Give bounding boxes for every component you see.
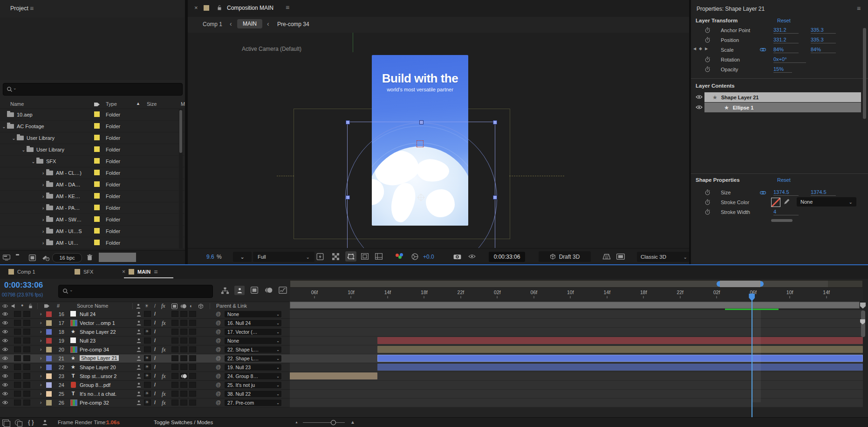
stopwatch-icon[interactable] <box>704 209 711 215</box>
pickwhip-icon[interactable]: @ <box>216 311 221 317</box>
stopwatch-icon[interactable] <box>704 27 711 33</box>
solo-column-icon[interactable]: ● <box>21 303 23 308</box>
channel-rgb-icon[interactable] <box>396 254 403 260</box>
project-row[interactable]: ⌄SFXFolder <box>0 156 185 167</box>
comp-tab-title[interactable]: Composition MAIN <box>227 5 273 11</box>
project-col-name[interactable]: Name <box>10 101 24 107</box>
layer-name[interactable]: Pre-comp 32 <box>80 400 109 406</box>
shy-switch-icon[interactable] <box>136 365 142 370</box>
parent-dropdown[interactable]: 38. Null 22⌄ <box>225 391 281 397</box>
parent-dropdown[interactable]: 19. Null 23⌄ <box>225 364 281 371</box>
layer-switch-cell[interactable] <box>14 382 21 388</box>
label-column-icon[interactable] <box>94 102 100 107</box>
playhead-line[interactable] <box>752 293 752 421</box>
quality-column-icon[interactable]: / <box>154 303 156 309</box>
stopwatch-icon[interactable] <box>704 199 711 205</box>
parent-dropdown[interactable]: 27. Pre-com⌄ <box>225 399 281 406</box>
fx-switch-icon[interactable]: fx <box>162 373 166 380</box>
layer-switch-cell[interactable] <box>171 329 178 335</box>
expander-icon[interactable]: › <box>40 170 46 176</box>
show-snapshot-icon[interactable] <box>468 254 476 259</box>
layer-switch-cell[interactable] <box>23 346 30 352</box>
expander-icon[interactable]: ⌄ <box>21 147 27 152</box>
layer-row[interactable]: ›17Vector …omp 1/fx@16. Null 24⌄ <box>0 319 290 328</box>
current-timecode[interactable]: 0:00:33:06 <box>4 281 43 290</box>
contents-item-ellipse[interactable]: ★ Ellipse 1 <box>704 103 861 112</box>
breadcrumb-precomp34[interactable]: Pre-comp 34 <box>277 21 309 28</box>
track-row[interactable] <box>290 381 863 390</box>
3d-views-icon[interactable] <box>616 254 625 260</box>
layer-expander-icon[interactable]: › <box>40 373 41 379</box>
layer-name[interactable]: Shape Layer 21 <box>80 355 119 361</box>
scale-y-value[interactable]: 84% <box>811 47 836 53</box>
layer-switch-cell[interactable] <box>180 355 187 361</box>
track-row[interactable] <box>290 345 863 354</box>
layer-row[interactable]: ›19Null 23/@None⌄ <box>0 337 290 345</box>
layer-switch-cell[interactable] <box>171 346 178 352</box>
position-y-value[interactable]: 335.3 <box>811 37 836 43</box>
eye-icon[interactable] <box>2 400 8 405</box>
timeline-tab-comp1[interactable]: Comp 1 <box>8 265 35 278</box>
layer-label-swatch[interactable] <box>46 382 52 388</box>
quality-switch-icon[interactable]: / <box>154 399 156 405</box>
layer-switch-cell[interactable] <box>14 399 21 406</box>
mask-visibility-icon[interactable] <box>361 253 369 260</box>
collapse-sun-icon[interactable]: ☀ <box>145 329 149 334</box>
stroke-color-dropdown[interactable]: None ⌄ <box>797 197 856 207</box>
keyframe-prev-icon[interactable]: ◀ <box>693 47 696 51</box>
audio-column-icon[interactable] <box>11 303 16 309</box>
collapse-switch-cell[interactable] <box>144 311 151 317</box>
graph-editor-icon[interactable] <box>279 287 287 294</box>
project-row[interactable]: 10.aepFolder <box>0 109 185 121</box>
layer-switch-cell[interactable] <box>14 391 21 397</box>
project-search-box[interactable]: ⌄ <box>3 83 183 96</box>
track-row[interactable] <box>290 310 863 319</box>
track-row[interactable] <box>290 337 863 345</box>
expander-icon[interactable]: ⌄ <box>30 159 36 164</box>
layer-duration-bar[interactable] <box>377 346 863 353</box>
selection-handle[interactable] <box>419 120 424 124</box>
quality-switch-icon[interactable]: / <box>154 337 156 343</box>
transform-reset-button[interactable]: Reset <box>777 18 791 23</box>
project-row[interactable]: ⌄User LibraryFolder <box>0 132 185 144</box>
layer-switch-cell[interactable] <box>180 364 187 370</box>
label-color-swatch[interactable] <box>94 205 100 210</box>
layer-switch-cell[interactable] <box>189 329 196 335</box>
layer-switch-cell[interactable] <box>23 311 30 317</box>
layer-name[interactable]: Shape Layer 22 <box>80 329 116 335</box>
shy-switch-icon[interactable] <box>136 373 142 379</box>
layer-switch-cell[interactable] <box>171 311 178 317</box>
layer-row[interactable]: ›22★Shape Layer 20☀/@19. Null 23⌄ <box>0 363 290 372</box>
layer-row[interactable]: ›16Null 24/@None⌄ <box>0 310 290 319</box>
motion-blur-on-icon[interactable] <box>181 373 187 379</box>
layer-row[interactable]: ›21★Shape Layer 21☀/@22. Shape L…⌄ <box>0 354 290 363</box>
properties-menu-icon[interactable]: ≡ <box>857 5 861 12</box>
eye-icon[interactable] <box>2 338 8 343</box>
stopwatch-icon[interactable] <box>704 37 711 43</box>
shy-column-icon[interactable] <box>136 303 141 309</box>
parent-dropdown[interactable]: 25. It's not ju⌄ <box>225 382 281 388</box>
eye-icon[interactable] <box>2 347 8 351</box>
comp-tab-close-icon[interactable]: × <box>194 4 198 11</box>
link-icon[interactable] <box>759 191 766 195</box>
camera-label[interactable]: Active Camera (Default) <box>242 46 301 52</box>
quality-switch-icon[interactable]: / <box>154 391 156 396</box>
shy-switch-icon[interactable] <box>136 329 142 335</box>
layer-switch-cell[interactable] <box>180 329 187 335</box>
expander-icon[interactable]: ⌄ <box>1 124 7 129</box>
eye-icon[interactable] <box>2 383 8 387</box>
preview-timecode[interactable]: 0:00:33:06 <box>489 252 525 262</box>
close-icon[interactable]: × <box>122 269 125 275</box>
project-col-type[interactable]: Type <box>106 101 117 107</box>
layer-switch-cell[interactable] <box>189 364 196 370</box>
layer-label-swatch[interactable] <box>46 400 52 406</box>
eye-icon[interactable] <box>2 365 8 369</box>
fx-switch-icon[interactable]: fx <box>162 391 166 398</box>
label-color-swatch[interactable] <box>94 228 100 234</box>
shape-reset-button[interactable]: Reset <box>777 177 791 183</box>
expander-icon[interactable]: › <box>40 240 46 246</box>
pickwhip-icon[interactable]: @ <box>216 346 221 352</box>
parent-dropdown[interactable]: 17. Vector (…⌄ <box>225 329 281 335</box>
comp-panel-menu-icon[interactable]: ≡ <box>286 4 289 11</box>
project-row[interactable]: ›AM - PA…Folder <box>0 202 185 214</box>
